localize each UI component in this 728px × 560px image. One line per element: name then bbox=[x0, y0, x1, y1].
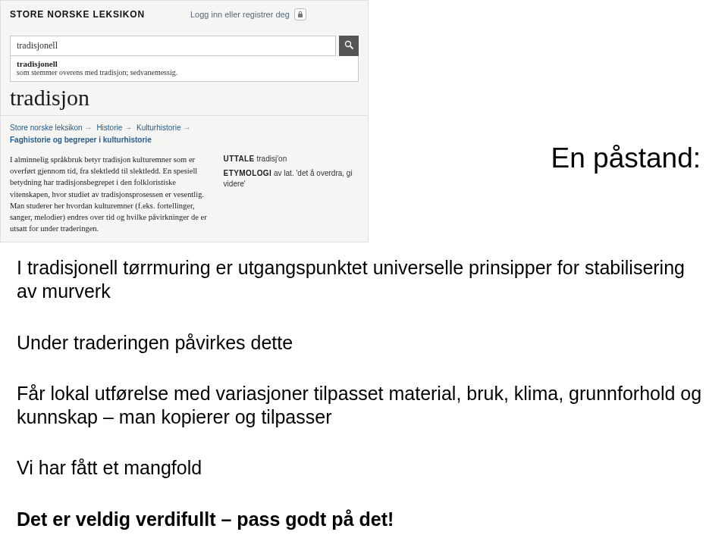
site-logo[interactable]: STORE NORSKE LEKSIKON bbox=[10, 9, 145, 20]
slide-body: I tradisjonell tørrmuring er utgangspunk… bbox=[17, 152, 710, 558]
svg-line-1 bbox=[350, 46, 353, 49]
breadcrumb: Store norske leksikon→ Historie→ Kulturh… bbox=[1, 119, 368, 148]
slide-paragraph-emphasis: Det er veldig verdifullt – pass godt på … bbox=[17, 508, 710, 531]
breadcrumb-item[interactable]: Kulturhistorie bbox=[136, 124, 180, 132]
search-input[interactable]: tradisjonell bbox=[10, 36, 336, 56]
article-title: tradisjon bbox=[1, 82, 368, 116]
search-icon bbox=[344, 39, 354, 53]
lock-icon bbox=[294, 8, 306, 20]
search-suggestion[interactable]: tradisjonell som stemmer overens med tra… bbox=[10, 56, 359, 82]
lexicon-header: STORE NORSKE LEKSIKON Logg inn eller reg… bbox=[1, 1, 368, 25]
breadcrumb-item-current: Faghistorie og begreper i kulturhistorie bbox=[10, 136, 152, 144]
search-button[interactable] bbox=[339, 36, 359, 56]
svg-point-0 bbox=[345, 41, 350, 46]
search-row: tradisjonell bbox=[10, 36, 359, 56]
breadcrumb-item[interactable]: Historie bbox=[96, 124, 122, 132]
login-text: Logg inn eller registrer deg bbox=[190, 10, 290, 19]
slide-paragraph: Under traderingen påvirkes dette bbox=[17, 331, 710, 355]
suggestion-term: tradisjonell bbox=[17, 59, 352, 68]
slide-paragraph: Får lokal utførelse med variasjoner tilp… bbox=[17, 382, 710, 430]
slide-paragraph: Vi har fått et mangfold bbox=[17, 456, 710, 480]
slide-paragraph: I tradisjonell tørrmuring er utgangspunk… bbox=[17, 256, 710, 304]
login-link[interactable]: Logg inn eller registrer deg bbox=[190, 8, 306, 20]
suggestion-desc: som stemmer overens med tradisjon; sedva… bbox=[17, 68, 352, 77]
breadcrumb-item[interactable]: Store norske leksikon bbox=[10, 124, 83, 132]
